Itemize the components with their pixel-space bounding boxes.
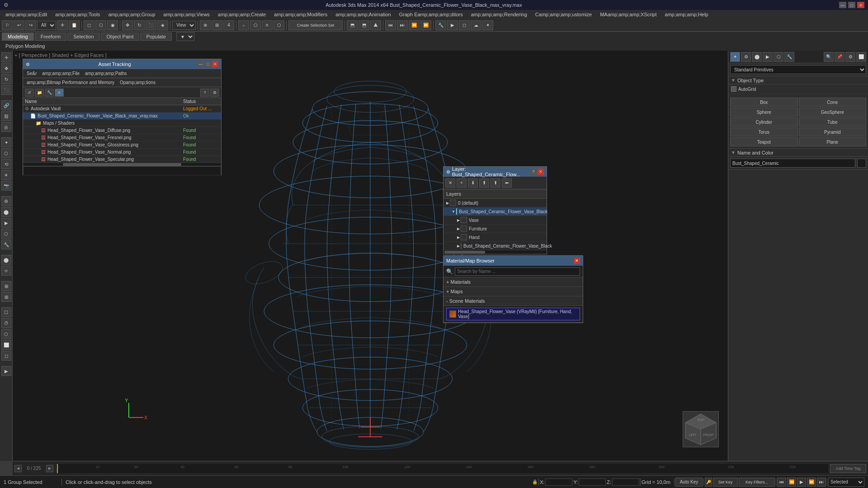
vtool-display[interactable]: ⬡ <box>1 229 11 239</box>
vtool-select[interactable]: ✛ <box>1 52 11 62</box>
menu-customize[interactable]: Camp;amp;amp;ustomize <box>532 11 595 18</box>
btn-sphere[interactable]: Sphere <box>730 108 798 117</box>
mode-options-dropdown[interactable]: ▼ <box>176 32 194 41</box>
at-row-specular[interactable]: 🖼 Head_Shaped_Flower_Vase_Specular.png F… <box>23 156 221 163</box>
set-key-btn[interactable]: Set Key <box>713 478 738 487</box>
rotate-btn[interactable]: ↻ <box>134 20 145 30</box>
layer-row-bust2[interactable]: ▶ Bust_Shaped_Ceramic_Flower_Vase_Black <box>443 242 547 250</box>
key-filters-btn[interactable]: Key Filters... <box>739 478 775 487</box>
y-coord-input[interactable] <box>579 479 606 486</box>
at-scroll-thumb[interactable] <box>63 163 182 166</box>
lw-tb-move-up[interactable]: ⬆ <box>479 178 489 188</box>
z-coord-input[interactable] <box>612 479 639 486</box>
primitives-dropdown[interactable]: Standard Primitives <box>730 65 866 74</box>
at-menu-file[interactable]: amp;amp;amp;File <box>40 71 81 76</box>
at-minimize-btn[interactable]: — <box>198 61 204 67</box>
layer-row-default[interactable]: ▶ 0 (default) <box>443 199 547 207</box>
next-key-btn[interactable]: ⏩ <box>807 478 816 487</box>
render-env[interactable]: ☁ <box>471 20 481 30</box>
name-input[interactable] <box>730 159 855 168</box>
play-btn[interactable]: ▶ <box>797 478 806 487</box>
align-btn[interactable]: ⬠ <box>250 20 261 30</box>
nav-cube[interactable]: TOP LEFT FRONT <box>683 411 719 447</box>
menu-edit[interactable]: amp;amp;amp;Edit <box>2 11 51 18</box>
render-fx[interactable]: ✦ <box>482 20 493 30</box>
rp-modify-icon[interactable]: ⚙ <box>741 52 751 62</box>
at-row-file[interactable]: 📄 Bust_Shaped_Ceramic_Flower_Vase_Black_… <box>23 113 221 120</box>
vtool-expand[interactable]: ▶ <box>1 366 11 376</box>
vtool-modify[interactable]: ⚙ <box>1 196 11 206</box>
at-scrollbar[interactable] <box>23 163 221 166</box>
btn-tube[interactable]: Tube <box>799 117 867 127</box>
tool5[interactable]: ⊞ <box>212 20 222 30</box>
close-button[interactable]: ✕ <box>857 2 864 8</box>
tool8[interactable]: ⬒ <box>347 20 358 30</box>
render-frame[interactable]: ◻ <box>459 20 470 30</box>
toolbar-icon3[interactable]: ↪ <box>25 20 36 30</box>
object-type-section[interactable]: ▼ Object Type <box>728 76 868 84</box>
vtool-link[interactable]: 🔗 <box>1 100 11 110</box>
at-menu-paths[interactable]: amp;amp;amp;Paths <box>83 71 128 76</box>
move-btn[interactable]: ✥ <box>122 20 133 30</box>
lw-help-btn[interactable]: ? <box>530 169 537 175</box>
mb-scene-materials-section[interactable]: - Scene Materials <box>443 296 583 306</box>
view-dropdown[interactable]: View <box>172 21 196 30</box>
at-tb-refresh[interactable]: ↺ <box>25 89 34 97</box>
btn-cylinder[interactable]: Cylinder <box>730 117 798 127</box>
vtool-named[interactable]: ☐ <box>1 307 11 317</box>
vtool-move[interactable]: ✥ <box>1 63 11 73</box>
rp-maximize-icon[interactable]: ⬜ <box>856 52 866 62</box>
maximize-button[interactable]: □ <box>848 2 855 8</box>
layer-check-4[interactable] <box>461 234 467 240</box>
at-sub-bitmap[interactable]: amp;amp;Bitmap Performance and Memory <box>25 80 116 85</box>
snap-btn[interactable]: 4 <box>223 20 234 30</box>
playback-key-prev[interactable]: ⏪ <box>409 20 420 30</box>
btn-torus[interactable]: Torus <box>730 127 798 136</box>
menu-maxscript[interactable]: MAamp;amp;amp;XScript <box>596 11 660 18</box>
vtool-material[interactable]: ⬜ <box>1 340 11 350</box>
render-btn[interactable]: ▶ <box>447 20 458 30</box>
vtool-schematic[interactable]: ⬡ <box>1 329 11 339</box>
prev-frame-btn[interactable]: ⏮ <box>777 478 786 487</box>
tab-freeform[interactable]: Freeform <box>35 33 67 41</box>
layer-row-hand[interactable]: ▶ Hand <box>443 233 547 242</box>
vtool-cameras[interactable]: 📷 <box>1 181 11 191</box>
at-row-maps[interactable]: 📁 Maps / Shaders <box>23 120 221 127</box>
layer-scrollbar[interactable] <box>443 250 547 254</box>
layer-check-2[interactable] <box>461 217 467 223</box>
select-btn[interactable]: ✛ <box>57 20 68 30</box>
at-row-fresnel[interactable]: 🖼 Head_Shaped_Flower_Vase_Fresnel.png Fo… <box>23 134 221 141</box>
rp-create-icon[interactable]: ✦ <box>730 52 740 62</box>
rp-settings-icon[interactable]: ⚙ <box>845 52 855 62</box>
vtool-helpers[interactable]: ⬡ <box>1 148 11 158</box>
menu-group[interactable]: amp;amp;amp;Group <box>104 11 159 18</box>
scale2-btn[interactable]: ◈ <box>157 20 168 30</box>
mb-titlebar[interactable]: Material/Map Browser ✕ <box>443 256 583 266</box>
btn-cone[interactable]: Cone <box>799 98 867 107</box>
minimize-button[interactable]: — <box>839 2 846 8</box>
btn-teapot[interactable]: Teapot <box>730 137 798 146</box>
tab-objectpaint[interactable]: Object Paint <box>101 33 140 41</box>
vtool-hierarchy[interactable]: ⬤ <box>1 207 11 217</box>
vtool-rotate[interactable]: ↻ <box>1 74 11 84</box>
at-row-vault[interactable]: ⚙ Autodesk Vault Logged Out ... <box>23 105 221 113</box>
select-name-btn[interactable]: 📋 <box>69 20 80 30</box>
render-setup[interactable]: 🔧 <box>435 20 446 30</box>
name-color-section[interactable]: ▼ Name and Color <box>728 149 868 157</box>
menu-views[interactable]: amp;amp;amp;Views <box>160 11 213 18</box>
at-maximize-btn[interactable]: □ <box>205 61 211 67</box>
color-swatch[interactable] <box>857 159 866 168</box>
at-footer-input[interactable] <box>23 166 221 175</box>
at-tb-resolve[interactable]: 📁 <box>35 89 44 97</box>
mb-material-vase[interactable]: Head_Shaped_Flower_Vase (VRayMtl) [Furni… <box>446 308 580 320</box>
vtool-scale[interactable]: ⬛ <box>1 85 11 95</box>
mb-maps-section[interactable]: + Maps <box>443 287 583 296</box>
playback-next[interactable]: ⏭ <box>397 20 408 30</box>
tab-populate[interactable]: Populate <box>140 33 171 41</box>
vtool-shapes[interactable]: ⟲ <box>1 159 11 169</box>
tool7[interactable]: ⬡ <box>274 20 284 30</box>
rp-pin-icon[interactable]: 📌 <box>835 52 844 62</box>
add-time-tag-btn[interactable]: Add Time Tag <box>830 464 866 473</box>
next-frame-btn[interactable]: ⏭ <box>817 478 826 487</box>
paint-btn[interactable]: ◉ <box>107 20 118 30</box>
